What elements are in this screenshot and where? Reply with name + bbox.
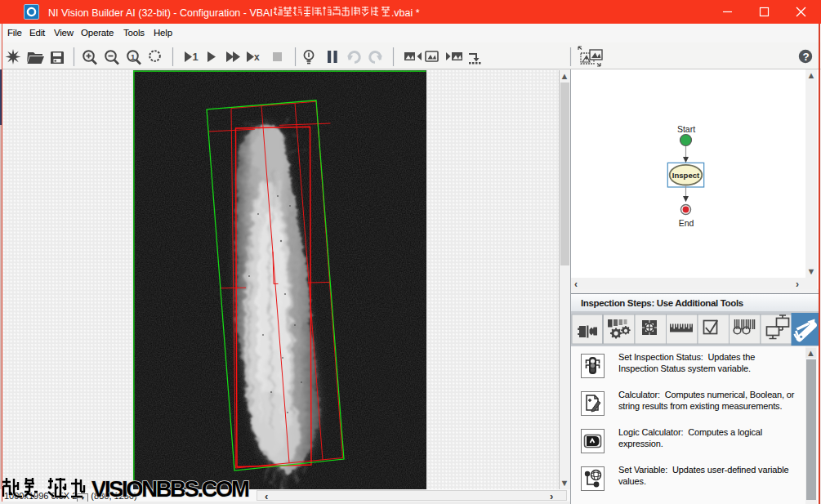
svg-text:1: 1 bbox=[131, 52, 136, 61]
svg-text:?: ? bbox=[803, 51, 810, 63]
svg-text:x: x bbox=[254, 51, 260, 63]
svg-text:End: End bbox=[679, 218, 694, 228]
svg-text:Start: Start bbox=[677, 124, 695, 134]
svg-text:Inspect: Inspect bbox=[672, 171, 700, 180]
svg-text:1: 1 bbox=[193, 51, 199, 63]
svg-text:VISIONBBS.COM: VISIONBBS.COM bbox=[91, 476, 250, 502]
